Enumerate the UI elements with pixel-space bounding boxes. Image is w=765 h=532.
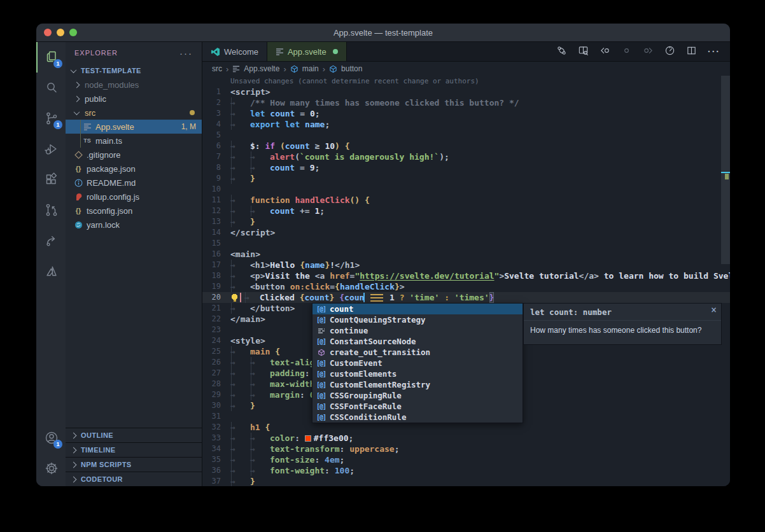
line-number[interactable]: 22	[202, 314, 230, 325]
code-line-10[interactable]: 10	[202, 184, 730, 195]
lightbulb-icon[interactable]	[230, 293, 239, 302]
activity-explorer[interactable]: 1	[36, 42, 66, 73]
line-number[interactable]: 12	[202, 206, 230, 216]
tree-item-app-svelte[interactable]: App.svelte1, M	[66, 120, 202, 134]
code-line-9[interactable]: 9→}	[202, 173, 730, 184]
suggest-item-constantsourcenode[interactable]: [@]ConstantSourceNode	[312, 336, 523, 347]
line-number[interactable]: 37	[202, 476, 230, 486]
tree-item-rollup-config-js[interactable]: rollup.config.js	[66, 190, 202, 204]
activity-search[interactable]	[36, 73, 66, 103]
split-editor-icon[interactable]	[686, 45, 697, 59]
tree-item-package-json[interactable]: {}package.json	[66, 162, 202, 176]
run-gauge-icon[interactable]	[664, 45, 675, 59]
code-line-16[interactable]: 16<main>	[202, 249, 730, 260]
code-line-33[interactable]: 33→→color: #ff3e00;	[202, 433, 730, 444]
code-line-8[interactable]: 8→→count = 9;	[202, 162, 730, 173]
dirty-indicator-dot[interactable]	[333, 49, 338, 54]
line-number[interactable]: 28	[202, 379, 230, 389]
line-number[interactable]: 25	[202, 346, 230, 357]
line-number[interactable]: 29	[202, 389, 230, 400]
section-npm-scripts[interactable]: NPM SCRIPTS	[66, 457, 202, 472]
navigate-back-icon[interactable]	[600, 45, 610, 59]
line-number[interactable]: 15	[202, 238, 230, 249]
close-window-button[interactable]	[44, 29, 52, 36]
line-number[interactable]: 13	[202, 216, 230, 227]
line-number[interactable]: 4	[202, 119, 230, 130]
line-number[interactable]: 32	[202, 422, 230, 433]
line-number[interactable]: 7	[202, 151, 230, 162]
tree-item-public[interactable]: public	[66, 92, 202, 106]
tree-root-test-template[interactable]: TEST-TEMPLATE	[66, 64, 202, 78]
line-number[interactable]: 8	[202, 162, 230, 173]
maximize-window-button[interactable]	[69, 29, 77, 36]
line-number[interactable]: 18	[202, 270, 230, 281]
tab-app-svelte[interactable]: App.svelte	[267, 42, 347, 61]
activity-github-pr[interactable]	[36, 195, 66, 225]
code-line-2[interactable]: 2→/** How many times has someone clicked…	[202, 97, 730, 108]
suggest-item-customevent[interactable]: [@]CustomEvent	[312, 358, 523, 368]
open-preview-icon[interactable]	[578, 45, 589, 59]
code-line-3[interactable]: 3→let count = 0;	[202, 108, 730, 119]
tree-item-src[interactable]: src	[66, 106, 202, 120]
activity-settings[interactable]	[36, 453, 66, 484]
code-line-34[interactable]: 34→→text-transform: uppercase;	[202, 444, 730, 454]
minimize-window-button[interactable]	[57, 29, 64, 36]
line-number[interactable]: 20	[202, 292, 230, 303]
code-line-14[interactable]: 14</script>	[202, 227, 730, 238]
line-number[interactable]: 10	[202, 184, 230, 195]
code-line-13[interactable]: 13→}	[202, 216, 730, 227]
code-editor[interactable]: Unsaved changes (cannot determine recent…	[202, 76, 730, 486]
suggest-item-continue[interactable]: continue	[312, 325, 523, 336]
gitlens-compare-icon[interactable]	[556, 45, 567, 59]
breadcrumb-src[interactable]: src	[212, 64, 222, 73]
suggest-item-count[interactable]: [@]count	[312, 304, 523, 314]
suggest-item-cssfontfacerule[interactable]: [@]CSSFontFaceRule	[312, 401, 523, 412]
activity-run-debug[interactable]	[36, 134, 66, 164]
section-outline[interactable]: OUTLINE	[66, 428, 202, 442]
color-swatch[interactable]	[305, 435, 311, 442]
code-line-5[interactable]: 5	[202, 130, 730, 141]
more-actions-icon[interactable]: ···	[179, 48, 193, 59]
line-number[interactable]: 23	[202, 325, 230, 335]
code-line-7[interactable]: 7→→alert(`count is dangerously high!`);	[202, 151, 730, 162]
line-number[interactable]: 16	[202, 249, 230, 260]
breadcrumb-button[interactable]: button	[341, 64, 362, 73]
line-number[interactable]: 33	[202, 433, 230, 444]
line-number[interactable]: 14	[202, 227, 230, 238]
code-line-4[interactable]: 4→export let name;	[202, 119, 730, 130]
breadcrumb-main[interactable]: main	[302, 64, 319, 73]
line-number[interactable]: 27	[202, 368, 230, 379]
navigate-forward-icon[interactable]	[643, 45, 654, 59]
section-codetour[interactable]: CODETOUR	[66, 472, 202, 486]
section-timeline[interactable]: TIMELINE	[66, 442, 202, 457]
tree-item-yarn-lock[interactable]: yarn.lock	[66, 218, 202, 232]
code-line-11[interactable]: 11→function handleClick() {	[202, 195, 730, 206]
suggest-item-create_out_transition[interactable]: create_out_transition	[312, 347, 523, 358]
tree-item-tsconfig-json[interactable]: {}tsconfig.json	[66, 204, 202, 218]
line-number[interactable]: 5	[202, 130, 230, 141]
line-number[interactable]: 19	[202, 281, 230, 292]
code-line-15[interactable]: 15	[202, 238, 730, 249]
tab-welcome[interactable]: Welcome	[202, 42, 267, 61]
line-number[interactable]: 35	[202, 454, 230, 465]
scrollbar-thumb[interactable]	[721, 76, 730, 264]
line-number[interactable]: 11	[202, 195, 230, 206]
activity-source-control[interactable]: 1	[36, 103, 66, 134]
code-line-1[interactable]: 1<script>	[202, 87, 730, 97]
line-number[interactable]: 21	[202, 303, 230, 314]
activity-extensions[interactable]	[36, 164, 66, 195]
suggest-item-customelementregistry[interactable]: [@]CustomElementRegistry	[312, 379, 523, 390]
code-line-18[interactable]: 18→<p>Visit the <a href="https://svelte.…	[202, 270, 730, 281]
line-number[interactable]: 31	[202, 411, 230, 422]
line-number[interactable]: 1	[202, 87, 230, 97]
breadcrumb-app-svelte[interactable]: App.svelte	[244, 64, 279, 73]
activity-codetour[interactable]	[36, 225, 66, 256]
tree-item-node-modules[interactable]: node_modules	[66, 78, 202, 92]
close-icon[interactable]: ×	[711, 305, 717, 316]
code-line-6[interactable]: 6→$: if (count ≥ 10) {	[202, 141, 730, 151]
line-number[interactable]: 24	[202, 335, 230, 346]
activity-accounts[interactable]: 1	[36, 423, 66, 453]
line-number[interactable]: 2	[202, 97, 230, 108]
line-number[interactable]: 9	[202, 173, 230, 184]
more-actions-icon[interactable]: ···	[708, 46, 720, 57]
